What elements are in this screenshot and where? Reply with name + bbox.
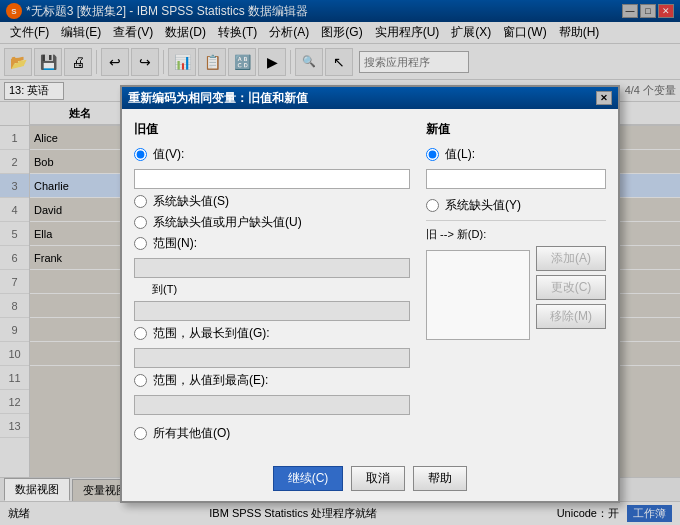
new-value-section-title: 新值 (426, 121, 606, 138)
new-system-missing-radio[interactable] (426, 199, 439, 212)
system-missing-radio[interactable] (134, 195, 147, 208)
dialog-title-bar: 重新编码为相同变量：旧值和新值 ✕ (122, 87, 618, 109)
old-value-section-title: 旧值 (134, 121, 410, 138)
change-button[interactable]: 更改(C) (536, 275, 606, 300)
dialog-right-panel: 新值 值(L): 系统缺头值(Y) 旧 --> 新(D): 添加(A) 更改(C… (426, 121, 606, 446)
new-value-input[interactable] (426, 169, 606, 189)
range-min-label: 范围，从最长到值(G): (153, 325, 270, 342)
old-value-radio[interactable] (134, 148, 147, 161)
system-missing-label: 系统缺头值(S) (153, 193, 229, 210)
dialog-left-panel: 旧值 值(V): 系统缺头值(S) 系统缺头值或用户缺头值(U) 范围(N): (134, 121, 410, 446)
range-max-label: 范围，从值到最高(E): (153, 372, 268, 389)
all-other-label: 所有其他值(O) (153, 425, 230, 442)
range-min-radio-row: 范围，从最长到值(G): (134, 325, 410, 342)
system-missing-radio-row: 系统缺头值(S) (134, 193, 410, 210)
dialog-actions: 继续(C) 取消 帮助 (122, 458, 618, 501)
old-value-radio-group: 值(V): (134, 146, 410, 163)
add-button[interactable]: 添加(A) (536, 246, 606, 271)
mapping-area: 添加(A) 更改(C) 移除(M) (426, 246, 606, 340)
range-through-input[interactable] (134, 301, 410, 321)
dialog-title-text: 重新编码为相同变量：旧值和新值 (128, 90, 308, 107)
new-value-radio-row: 值(L): (426, 146, 606, 163)
range-through-label: 到(T) (152, 283, 177, 295)
cancel-button[interactable]: 取消 (351, 466, 405, 491)
old-value-label: 值(V): (153, 146, 184, 163)
side-buttons: 添加(A) 更改(C) 移除(M) (536, 246, 606, 333)
dialog-separator (426, 220, 606, 221)
recode-dialog: 重新编码为相同变量：旧值和新值 ✕ 旧值 值(V): 系统缺头值(S) 系统缺头… (120, 85, 620, 503)
range-max-radio-row: 范围，从值到最高(E): (134, 372, 410, 389)
all-other-radio-row: 所有其他值(O) (134, 425, 410, 442)
mapping-display (426, 250, 530, 340)
dialog-body: 旧值 值(V): 系统缺头值(S) 系统缺头值或用户缺头值(U) 范围(N): (122, 109, 618, 458)
continue-button[interactable]: 继续(C) (273, 466, 344, 491)
help-button[interactable]: 帮助 (413, 466, 467, 491)
system-user-missing-label: 系统缺头值或用户缺头值(U) (153, 214, 302, 231)
old-value-input[interactable] (134, 169, 410, 189)
range-max-radio[interactable] (134, 374, 147, 387)
range-min-radio[interactable] (134, 327, 147, 340)
dialog-close-button[interactable]: ✕ (596, 91, 612, 105)
range-radio-row: 范围(N): (134, 235, 410, 252)
system-user-missing-radio[interactable] (134, 216, 147, 229)
new-system-missing-radio-row: 系统缺头值(Y) (426, 197, 606, 214)
remove-button[interactable]: 移除(M) (536, 304, 606, 329)
all-other-radio[interactable] (134, 427, 147, 440)
new-value-label: 值(L): (445, 146, 475, 163)
range-label: 范围(N): (153, 235, 197, 252)
range-min-input[interactable] (134, 348, 410, 368)
range-max-input[interactable] (134, 395, 410, 415)
mapping-label: 旧 --> 新(D): (426, 227, 606, 242)
range-radio[interactable] (134, 237, 147, 250)
new-value-radio[interactable] (426, 148, 439, 161)
new-system-missing-label: 系统缺头值(Y) (445, 197, 521, 214)
system-user-missing-radio-row: 系统缺头值或用户缺头值(U) (134, 214, 410, 231)
range-input[interactable] (134, 258, 410, 278)
